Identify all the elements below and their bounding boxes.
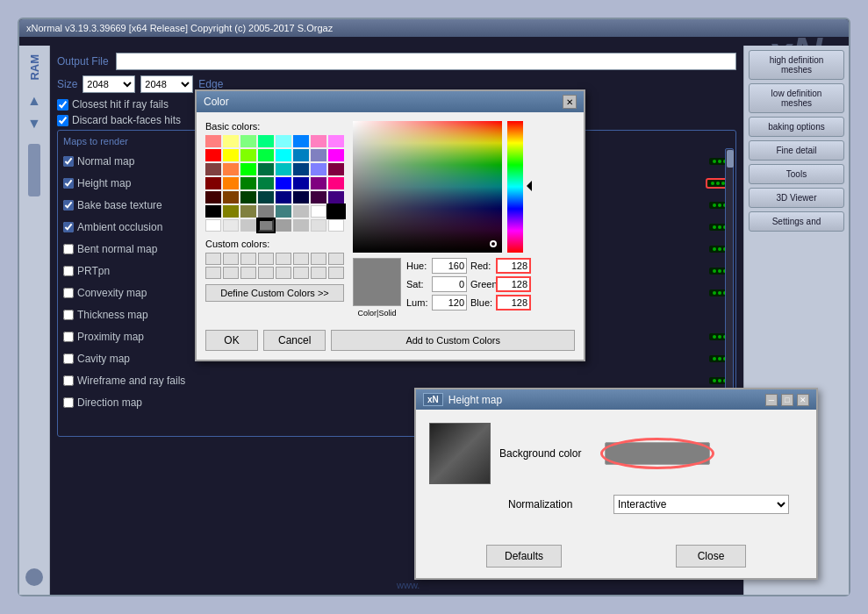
custom-swatch[interactable] <box>293 267 309 279</box>
color-swatch[interactable] <box>240 205 256 218</box>
custom-swatch[interactable] <box>205 253 221 265</box>
bake-base-checkbox[interactable] <box>63 200 74 211</box>
wireframe-checkbox[interactable] <box>63 375 74 386</box>
color-swatch[interactable] <box>258 205 274 218</box>
discard-backfaces-checkbox[interactable] <box>57 115 68 126</box>
prtpn-checkbox[interactable] <box>63 266 74 276</box>
cancel-button[interactable]: Cancel <box>263 330 326 351</box>
color-swatch[interactable] <box>328 177 344 189</box>
color-swatch-selected-gray[interactable] <box>258 219 274 232</box>
color-swatch[interactable] <box>240 177 256 189</box>
custom-swatch[interactable] <box>223 253 239 265</box>
color-swatch[interactable] <box>276 149 291 161</box>
custom-swatch[interactable] <box>311 267 326 279</box>
color-swatch[interactable] <box>258 177 274 189</box>
custom-swatch[interactable] <box>311 253 326 265</box>
color-swatch[interactable] <box>293 205 309 218</box>
color-swatch[interactable] <box>293 219 309 232</box>
lum-input[interactable] <box>432 295 467 311</box>
color-swatch[interactable] <box>258 135 274 147</box>
bg-color-button[interactable] <box>605 442 710 465</box>
green-input[interactable] <box>496 276 531 292</box>
height-select[interactable]: 2048 <box>140 75 193 93</box>
fine-detail-btn[interactable]: Fine detail <box>749 140 844 161</box>
height-map-checkbox[interactable] <box>63 178 74 189</box>
color-swatch[interactable] <box>328 163 344 175</box>
custom-swatch[interactable] <box>240 267 256 279</box>
color-swatch[interactable] <box>223 191 239 203</box>
hue-bar[interactable] <box>507 121 523 253</box>
color-swatch[interactable] <box>205 177 221 189</box>
color-swatch[interactable] <box>276 219 291 232</box>
color-swatch-selected[interactable] <box>328 205 344 218</box>
direction-checkbox[interactable] <box>63 397 74 408</box>
cavity-checkbox[interactable] <box>63 353 74 364</box>
color-swatch[interactable] <box>223 177 239 189</box>
defaults-button[interactable]: Defaults <box>486 545 562 568</box>
tools-btn[interactable]: Tools <box>749 164 844 184</box>
baking-options-btn[interactable]: baking options <box>749 117 844 137</box>
sidebar-bottom-icon[interactable] <box>25 568 43 586</box>
color-swatch[interactable] <box>311 163 326 175</box>
maximize-button[interactable]: □ <box>781 394 793 406</box>
color-swatch[interactable] <box>205 163 221 175</box>
color-swatch[interactable] <box>311 177 326 189</box>
color-swatch[interactable] <box>293 177 309 189</box>
hue-input[interactable] <box>432 258 467 274</box>
bent-normal-checkbox[interactable] <box>63 244 74 254</box>
low-def-meshes-btn[interactable]: low definitionmeshes <box>749 83 844 113</box>
custom-swatch[interactable] <box>328 253 344 265</box>
custom-swatch[interactable] <box>240 253 256 265</box>
close-button[interactable]: ✕ <box>797 394 809 406</box>
custom-swatch[interactable] <box>205 267 221 279</box>
color-swatch[interactable] <box>276 191 291 203</box>
output-input[interactable] <box>116 53 736 70</box>
color-swatch[interactable] <box>311 219 326 232</box>
color-swatch[interactable] <box>240 135 256 147</box>
color-swatch[interactable] <box>205 205 221 218</box>
color-swatch[interactable] <box>276 163 291 175</box>
heightmap-close-button[interactable]: Close <box>676 545 746 568</box>
custom-swatch[interactable] <box>328 267 344 279</box>
color-spectrum[interactable] <box>353 121 502 253</box>
color-swatch[interactable] <box>240 191 256 203</box>
normalization-select[interactable]: Interactive Manual Automatic <box>613 495 789 514</box>
color-solid-preview[interactable] <box>353 258 401 306</box>
color-swatch[interactable] <box>276 177 291 189</box>
color-swatch[interactable] <box>240 149 256 161</box>
color-swatch[interactable] <box>293 149 309 161</box>
color-swatch[interactable] <box>205 191 221 203</box>
color-swatch[interactable] <box>276 205 291 218</box>
color-swatch[interactable] <box>240 163 256 175</box>
width-select[interactable]: 2048 <box>82 75 135 93</box>
settings-btn[interactable]: Settings and <box>749 211 844 232</box>
add-custom-colors-button[interactable]: Add to Custom Colors <box>331 330 575 351</box>
custom-swatch[interactable] <box>258 253 274 265</box>
color-swatch[interactable] <box>311 205 326 218</box>
color-swatch[interactable] <box>223 205 239 218</box>
color-swatch[interactable] <box>293 135 309 147</box>
sidebar-scrollbar[interactable] <box>28 144 40 196</box>
color-swatch[interactable] <box>328 135 344 147</box>
color-swatch[interactable] <box>328 149 344 161</box>
custom-swatch[interactable] <box>258 267 274 279</box>
define-custom-colors-btn[interactable]: Define Custom Colors >> <box>205 284 344 302</box>
color-swatch[interactable] <box>311 191 326 203</box>
custom-swatch[interactable] <box>276 253 291 265</box>
custom-swatch[interactable] <box>276 267 291 279</box>
proximity-checkbox[interactable] <box>63 332 74 342</box>
color-swatch[interactable] <box>205 135 221 147</box>
color-swatch[interactable] <box>276 135 291 147</box>
color-swatch[interactable] <box>223 163 239 175</box>
thickness-checkbox[interactable] <box>63 310 74 320</box>
color-swatch[interactable] <box>311 149 326 161</box>
color-dialog-close[interactable]: ✕ <box>563 95 577 109</box>
closest-hit-checkbox[interactable] <box>57 99 68 111</box>
blue-input[interactable] <box>496 295 531 311</box>
custom-swatch[interactable] <box>293 253 309 265</box>
color-swatch[interactable] <box>258 163 274 175</box>
spectrum-cursor[interactable] <box>490 240 497 247</box>
color-swatch[interactable] <box>223 135 239 147</box>
color-swatch[interactable] <box>205 219 221 232</box>
color-swatch[interactable] <box>328 191 344 203</box>
